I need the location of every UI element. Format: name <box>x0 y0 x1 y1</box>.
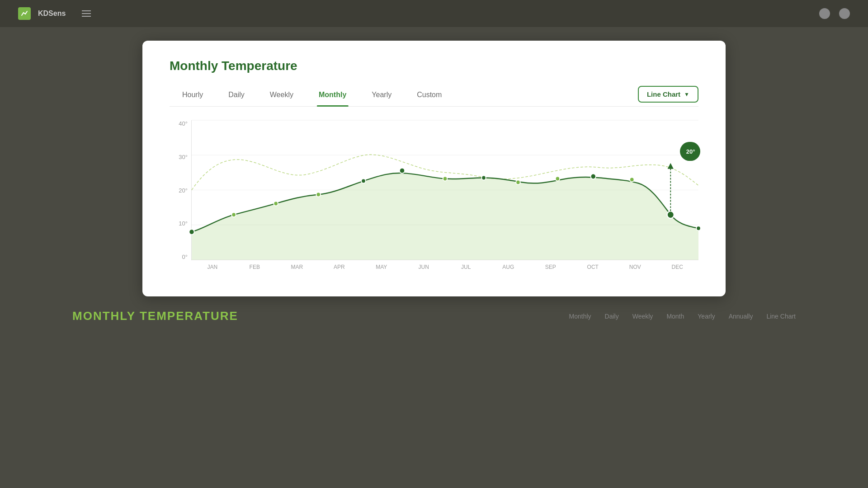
y-label-0: 0° <box>182 253 188 260</box>
settings-icon[interactable] <box>839 8 850 19</box>
bottom-bar: MONTHLY TEMPERATURE Monthly Daily Weekly… <box>0 301 868 331</box>
bottom-nav-line-chart[interactable]: Line Chart <box>766 313 796 320</box>
x-label-dec: DEC <box>656 264 699 270</box>
x-axis: JAN FEB MAR APR MAY JUN JUL AUG SEP OCT … <box>191 260 698 274</box>
svg-point-9 <box>361 179 366 183</box>
y-axis: 40° 30° 20° 10° 0° <box>170 120 191 260</box>
y-label-10: 10° <box>179 220 188 227</box>
x-label-nov: NOV <box>614 264 656 270</box>
svg-point-17 <box>667 211 674 218</box>
x-label-aug: AUG <box>487 264 530 270</box>
svg-point-13 <box>516 180 520 185</box>
bottom-nav: Monthly Daily Weekly Month Yearly Annual… <box>569 313 796 320</box>
svg-point-7 <box>274 201 278 206</box>
bottom-title: MONTHLY TEMPERATURE <box>72 309 238 323</box>
tooltip-bubble-overlay: 20° <box>681 142 700 161</box>
svg-point-18 <box>696 226 701 230</box>
svg-point-15 <box>591 174 596 179</box>
hamburger-menu[interactable] <box>82 10 91 17</box>
svg-point-12 <box>481 176 486 180</box>
x-label-jul: JUL <box>445 264 487 270</box>
y-label-30: 30° <box>179 154 188 160</box>
chevron-down-icon: ▼ <box>684 91 689 98</box>
x-label-mar: MAR <box>276 264 318 270</box>
tabs-row: Hourly Daily Weekly Monthly Yearly Custo… <box>170 86 698 107</box>
x-label-sep: SEP <box>529 264 572 270</box>
svg-point-6 <box>231 212 236 217</box>
top-bar-right <box>819 8 850 19</box>
x-label-jun: JUN <box>403 264 445 270</box>
bottom-nav-weekly[interactable]: Weekly <box>632 313 653 320</box>
bottom-nav-monthly[interactable]: Monthly <box>569 313 591 320</box>
main-card: Monthly Temperature Hourly Daily Weekly … <box>142 41 726 296</box>
x-label-may: MAY <box>360 264 403 270</box>
y-label-40: 40° <box>179 120 188 127</box>
y-label-20: 20° <box>179 187 188 194</box>
bottom-nav-month[interactable]: Month <box>666 313 684 320</box>
tab-yearly[interactable]: Yearly <box>359 86 404 106</box>
top-bar: KDSens <box>0 0 868 27</box>
svg-point-11 <box>443 177 448 181</box>
bottom-nav-yearly[interactable]: Yearly <box>698 313 715 320</box>
tab-weekly[interactable]: Weekly <box>257 86 306 106</box>
x-label-jan: JAN <box>191 264 234 270</box>
tab-hourly[interactable]: Hourly <box>170 86 216 106</box>
svg-marker-20 <box>668 163 674 169</box>
chart-type-button[interactable]: Line Chart ▼ <box>638 86 698 103</box>
svg-point-5 <box>189 229 194 235</box>
logo-icon <box>18 7 31 20</box>
svg-point-10 <box>400 168 405 174</box>
tab-monthly[interactable]: Monthly <box>306 86 359 106</box>
notification-icon[interactable] <box>819 8 830 19</box>
svg-point-8 <box>316 192 321 197</box>
x-label-oct: OCT <box>572 264 614 270</box>
chart-type-label: Line Chart <box>647 90 680 98</box>
chart-area: 40° 30° 20° 10° 0° <box>170 120 698 274</box>
bottom-nav-annually[interactable]: Annually <box>729 313 753 320</box>
x-label-feb: FEB <box>234 264 276 270</box>
tab-custom[interactable]: Custom <box>404 86 454 106</box>
app-logo-text: KDSens <box>38 9 66 18</box>
bottom-nav-daily[interactable]: Daily <box>605 313 619 320</box>
chart-title: Monthly Temperature <box>170 59 698 73</box>
chart-plot: 20° <box>191 120 698 260</box>
tab-daily[interactable]: Daily <box>216 86 257 106</box>
x-label-apr: APR <box>318 264 361 270</box>
svg-point-14 <box>556 177 560 181</box>
svg-point-16 <box>630 178 634 182</box>
